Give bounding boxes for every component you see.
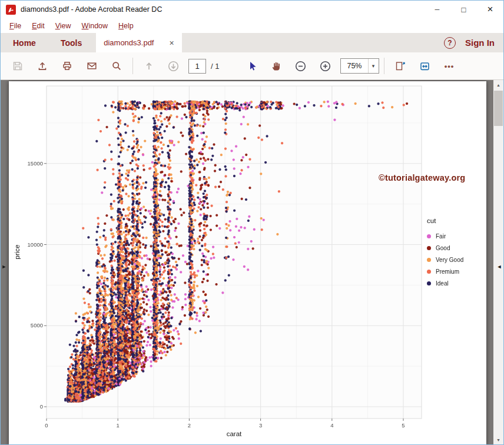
watermark-text: ©tutorialgateway.org	[379, 173, 465, 182]
chart-legend: cutFairGoodVery GoodPremiumIdeal	[427, 217, 463, 289]
y-axis-title: price	[14, 234, 21, 270]
save-button	[8, 56, 27, 76]
help-icon[interactable]: ?	[444, 37, 456, 49]
zoom-level-value: 75%	[341, 59, 367, 73]
window-controls: ─ □ ×	[424, 1, 503, 18]
legend-label: Fair	[436, 233, 446, 240]
menu-file[interactable]: File	[4, 20, 26, 32]
x-tick-label: 0	[38, 422, 55, 429]
legend-swatch	[427, 234, 431, 238]
x-tick-label: 5	[394, 422, 412, 429]
menu-view[interactable]: View	[50, 20, 77, 32]
tabbar-right: ? Sign In	[444, 33, 503, 52]
document-area: 012345050001000015000caratprice©tutorial…	[1, 80, 503, 444]
scrollbar-thumb[interactable]	[494, 91, 503, 126]
scroll-up-icon[interactable]: ▲	[493, 80, 503, 89]
y-tick-label: 5000	[15, 322, 43, 329]
page-number-input[interactable]	[188, 59, 206, 74]
fit-one-full-page-button[interactable]	[390, 56, 410, 76]
tab-home[interactable]: Home	[1, 33, 48, 52]
legend-label: Premium	[436, 268, 459, 275]
legend-label: Very Good	[436, 257, 463, 263]
email-button[interactable]	[82, 56, 101, 76]
toolbar-separator-2	[384, 58, 384, 74]
minimize-button[interactable]: ─	[424, 1, 450, 18]
toolbar: / 1 75% ▾	[1, 52, 503, 80]
legend-title: cut	[427, 217, 463, 224]
x-axis-title: carat	[217, 430, 252, 437]
legend-item: Very Good	[427, 254, 463, 265]
legend-item: Fair	[427, 230, 463, 242]
menubar: File Edit View Window Help	[1, 18, 503, 33]
pdf-page[interactable]: 012345050001000015000caratprice©tutorial…	[9, 81, 486, 444]
zoom-out-button[interactable]	[291, 56, 310, 76]
titlebar[interactable]: diamonds3.pdf - Adobe Acrobat Reader DC …	[1, 1, 503, 18]
print-button[interactable]	[57, 56, 77, 76]
hand-tool-button[interactable]	[266, 56, 286, 76]
x-tick-label: 4	[323, 422, 341, 429]
x-tick-label: 1	[109, 422, 127, 429]
menu-edit[interactable]: Edit	[26, 20, 50, 32]
chevron-down-icon[interactable]: ▾	[368, 59, 379, 73]
close-button[interactable]: ×	[477, 1, 503, 18]
left-panel-expander-icon[interactable]: ►	[1, 260, 8, 273]
acrobat-app-icon	[6, 5, 16, 15]
sign-in-button[interactable]: Sign In	[465, 38, 495, 48]
tab-document[interactable]: diamonds3.pdf ×	[96, 33, 181, 52]
legend-swatch	[427, 258, 431, 262]
tabbar: Home Tools diamonds3.pdf × ? Sign In	[1, 33, 503, 52]
menu-window[interactable]: Window	[77, 20, 113, 32]
x-tick-label: 3	[252, 422, 270, 429]
zoom-in-button[interactable]	[316, 56, 335, 76]
more-tools-button[interactable]: •••	[440, 56, 459, 76]
right-panel-expander-icon[interactable]: ◄	[496, 260, 503, 273]
zoom-level-dropdown[interactable]: 75% ▾	[340, 58, 379, 74]
scroll-down-icon[interactable]: ▼	[493, 435, 503, 444]
toolbar-separator	[132, 58, 133, 74]
legend-swatch	[427, 270, 431, 274]
page-count-label: / 1	[211, 62, 219, 71]
scrolling-mode-button[interactable]	[415, 56, 435, 76]
document-tab-close-icon[interactable]: ×	[169, 38, 174, 48]
legend-label: Ideal	[436, 280, 449, 287]
y-tick-label: 0	[15, 403, 43, 410]
next-page-button	[164, 56, 183, 76]
window-title: diamonds3.pdf - Adobe Acrobat Reader DC	[21, 5, 162, 14]
maximize-button[interactable]: □	[450, 1, 477, 18]
y-tick-label: 15000	[15, 160, 43, 167]
menu-help[interactable]: Help	[113, 20, 139, 32]
legend-swatch	[427, 246, 431, 250]
scatter-plot-canvas	[9, 81, 486, 444]
share-file-button[interactable]	[32, 56, 52, 76]
legend-item: Ideal	[427, 277, 463, 289]
x-tick-label: 2	[180, 422, 198, 429]
legend-item: Premium	[427, 265, 463, 277]
select-tool-button[interactable]	[241, 56, 261, 76]
legend-item: Good	[427, 242, 463, 254]
legend-label: Good	[436, 245, 450, 251]
legend-swatch	[427, 281, 431, 285]
previous-page-button	[139, 56, 158, 76]
search-icon[interactable]	[107, 56, 126, 76]
tab-tools[interactable]: Tools	[48, 33, 94, 52]
acrobat-window: diamonds3.pdf - Adobe Acrobat Reader DC …	[0, 0, 504, 445]
document-tab-label: diamonds3.pdf	[104, 38, 154, 47]
